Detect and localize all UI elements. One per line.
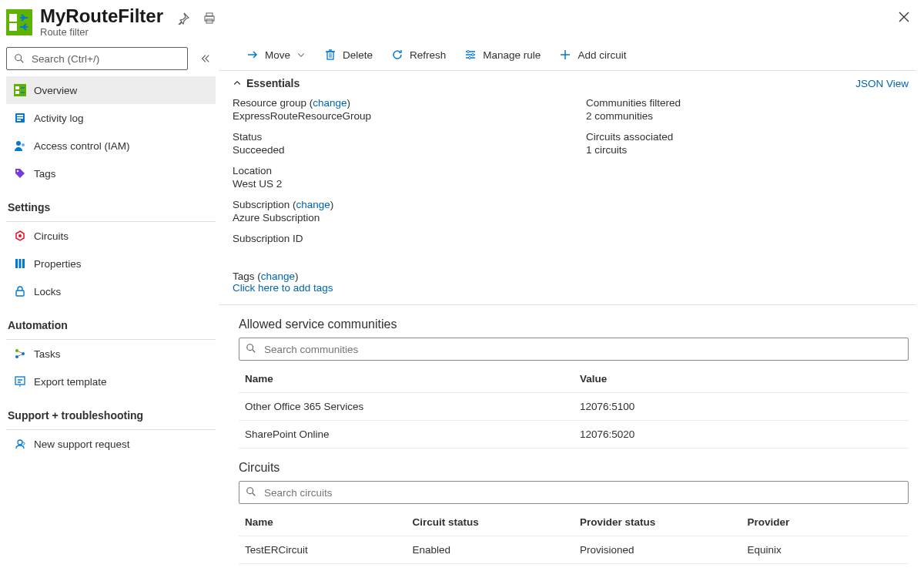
change-resource-group-link[interactable]: change [313, 97, 346, 109]
search-icon [246, 343, 256, 356]
svg-rect-12 [17, 115, 23, 116]
communities-section: Allowed service communities Name Value O… [219, 305, 916, 449]
sidebar-item-label: Overview [34, 85, 77, 96]
add-tags-link[interactable]: Click here to add tags [233, 282, 909, 294]
lock-icon [14, 285, 26, 297]
svg-rect-19 [15, 259, 18, 268]
print-button[interactable] [202, 11, 217, 26]
sidebar-item-label: Access control (IAM) [34, 140, 130, 152]
sidebar-item-export-template[interactable]: Export template [6, 368, 216, 395]
sidebar-group-automation: Automation [6, 305, 216, 336]
essentials-toggle[interactable]: Essentials [233, 77, 300, 89]
essentials-circuits-associated: Circuits associated 1 circuits [586, 131, 909, 156]
sidebar-item-label: Locks [34, 286, 61, 297]
communities-title: Allowed service communities [239, 318, 909, 331]
export-template-icon [14, 375, 26, 388]
route-filter-resource-icon [6, 9, 32, 35]
table-row[interactable]: TestERCircuit Enabled Provisioned Equini… [239, 536, 909, 564]
move-button[interactable]: Move [239, 44, 313, 66]
communities-search[interactable] [239, 338, 909, 361]
svg-line-35 [253, 493, 256, 496]
column-header[interactable]: Provider [742, 509, 909, 536]
sidebar: Overview Activity log Access control (IA… [0, 41, 219, 588]
essentials-location: Location West US 2 [233, 165, 555, 190]
sidebar-item-label: Properties [34, 258, 82, 270]
chevron-up-icon [233, 79, 242, 88]
sidebar-item-tasks[interactable]: Tasks [6, 340, 216, 368]
column-header[interactable]: Circuit status [407, 509, 574, 536]
close-button[interactable] [896, 9, 912, 25]
essentials-resource-group: Resource group (change) ExpressRouteReso… [233, 97, 555, 122]
sidebar-item-tags[interactable]: Tags [6, 160, 216, 187]
circuits-search-input[interactable] [263, 486, 902, 499]
sidebar-search[interactable] [6, 47, 188, 70]
svg-point-16 [22, 143, 25, 146]
tag-icon [14, 167, 26, 180]
access-control-icon [14, 139, 26, 152]
table-row[interactable]: Other Office 365 Services 12076:5100 [239, 393, 909, 421]
svg-rect-1 [9, 14, 17, 22]
refresh-button[interactable]: Refresh [383, 44, 454, 66]
button-label: Delete [343, 49, 373, 61]
button-label: Add circuit [578, 49, 626, 61]
support-icon [14, 438, 26, 450]
svg-rect-9 [15, 86, 19, 89]
essentials-section: Essentials JSON View Resource group (cha… [219, 71, 916, 300]
search-icon [246, 486, 256, 499]
essentials-communities-filtered: Communities filtered 2 communities [586, 97, 909, 122]
column-header[interactable]: Name [239, 509, 407, 536]
column-header[interactable]: Name [239, 365, 574, 393]
collapse-sidebar-button[interactable] [194, 53, 216, 64]
svg-point-30 [472, 54, 474, 56]
page-header: MyRouteFilter Route filter [0, 0, 924, 41]
sidebar-item-label: Circuits [34, 230, 69, 242]
svg-point-17 [17, 170, 18, 172]
sidebar-item-activity-log[interactable]: Activity log [6, 104, 216, 132]
table-row[interactable]: SharePoint Online 12076:5020 [239, 421, 909, 449]
svg-rect-10 [15, 91, 19, 94]
pin-button[interactable] [176, 11, 191, 26]
sidebar-item-locks[interactable]: Locks [6, 277, 216, 305]
sidebar-item-access-control[interactable]: Access control (IAM) [6, 132, 216, 160]
button-label: Refresh [410, 49, 446, 61]
sidebar-search-input[interactable] [30, 52, 181, 66]
subscription-link[interactable]: Azure Subscription [233, 212, 555, 223]
circuits-icon [14, 230, 26, 242]
column-header[interactable]: Provider status [574, 509, 742, 536]
sidebar-item-overview[interactable]: Overview [6, 76, 216, 104]
sidebar-item-properties[interactable]: Properties [6, 250, 216, 277]
svg-rect-14 [17, 119, 21, 121]
svg-line-33 [253, 350, 256, 353]
add-circuit-button[interactable]: Add circuit [551, 44, 634, 66]
manage-rule-button[interactable]: Manage rule [457, 44, 548, 66]
communities-search-input[interactable] [263, 343, 902, 356]
properties-icon [14, 257, 26, 270]
essentials-subscription-id: Subscription ID [233, 233, 555, 246]
svg-point-32 [247, 344, 253, 351]
page-title: MyRouteFilter [40, 6, 163, 26]
sidebar-item-label: Export template [34, 376, 107, 388]
circuits-section: Circuits Name Circuit status Provider st… [219, 449, 916, 564]
change-tags-link[interactable]: change [261, 270, 295, 282]
sidebar-item-label: Tags [34, 168, 56, 180]
essentials-subscription: Subscription (change) Azure Subscription [233, 199, 555, 223]
json-view-link[interactable]: JSON View [855, 78, 909, 89]
svg-rect-3 [206, 13, 213, 16]
svg-line-7 [21, 60, 24, 63]
chevron-down-icon [296, 50, 306, 59]
delete-button[interactable]: Delete [316, 44, 380, 66]
circuits-search[interactable] [239, 481, 909, 504]
svg-rect-20 [19, 259, 22, 268]
sidebar-item-circuits[interactable]: Circuits [6, 222, 216, 250]
essentials-status: Status Succeeded [233, 131, 555, 156]
sidebar-item-new-support-request[interactable]: New support request [6, 430, 216, 458]
svg-rect-21 [22, 259, 25, 268]
svg-rect-28 [327, 52, 333, 59]
change-subscription-link[interactable]: change [296, 199, 330, 210]
column-header[interactable]: Value [574, 365, 909, 393]
route-filter-icon [14, 84, 26, 96]
resource-group-link[interactable]: ExpressRouteResourceGroup [233, 110, 555, 122]
sidebar-group-settings: Settings [6, 187, 216, 218]
page-subtitle: Route filter [40, 26, 163, 38]
sidebar-item-label: Tasks [34, 348, 61, 360]
